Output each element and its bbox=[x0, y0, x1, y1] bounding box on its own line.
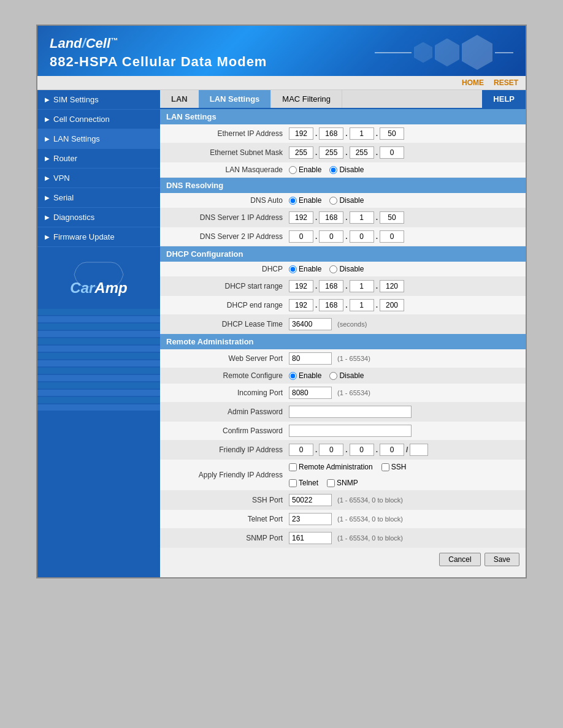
masquerade-enable-radio[interactable] bbox=[289, 166, 297, 174]
dns2-ip-2[interactable] bbox=[319, 230, 343, 243]
tab-help[interactable]: HELP bbox=[482, 90, 526, 108]
row-lan-masquerade: LAN Masquerade Enable Disable bbox=[160, 162, 526, 178]
admin-password-input[interactable] bbox=[289, 406, 412, 418]
dns-auto-enable-radio[interactable] bbox=[289, 197, 297, 205]
sidebar-stripes bbox=[37, 309, 160, 412]
header: Land/Cell™ 882-HSPA Cellular Data Modem bbox=[37, 26, 526, 76]
sidebar-item-sim-settings[interactable]: ▶ SIM Settings bbox=[37, 90, 160, 110]
dhcp-start-4[interactable] bbox=[380, 280, 404, 292]
remote-configure-disable-radio[interactable] bbox=[329, 372, 337, 380]
save-button[interactable]: Save bbox=[484, 553, 519, 566]
apply-remote-admin-check[interactable] bbox=[289, 463, 297, 471]
dns1-ip-1[interactable] bbox=[289, 211, 313, 224]
friendly-ip-4[interactable] bbox=[380, 444, 404, 456]
subnet-1[interactable] bbox=[289, 146, 313, 159]
subnet-3[interactable] bbox=[350, 146, 374, 159]
apply-ssh-label[interactable]: SSH bbox=[381, 463, 407, 471]
dhcp-lease-input[interactable] bbox=[289, 318, 332, 330]
logo-area: Land/Cell™ 882-HSPA Cellular Data Modem bbox=[50, 36, 267, 70]
dns1-ip-4[interactable] bbox=[380, 211, 404, 224]
label-dhcp: DHCP bbox=[166, 265, 289, 273]
sidebar-item-diagnostics[interactable]: ▶ Diagnostics bbox=[37, 208, 160, 227]
remote-configure-enable-radio[interactable] bbox=[289, 372, 297, 380]
label-dhcp-lease: DHCP Lease Time bbox=[166, 320, 289, 328]
apply-snmp-text: SNMP bbox=[337, 479, 358, 487]
apply-ssh-check[interactable] bbox=[381, 463, 389, 471]
row-dns1: DNS Server 1 IP Address . . . bbox=[160, 208, 526, 227]
cancel-button[interactable]: Cancel bbox=[439, 553, 480, 566]
masquerade-enable-label[interactable]: Enable bbox=[289, 165, 321, 174]
dns2-ip-3[interactable] bbox=[350, 230, 374, 243]
telnet-port-input[interactable] bbox=[289, 513, 332, 525]
masquerade-disable-radio[interactable] bbox=[329, 166, 337, 174]
row-snmp-port: SNMP Port (1 - 65534, 0 to block) bbox=[160, 529, 526, 548]
seconds-label: (seconds) bbox=[337, 320, 367, 328]
tab-lan-settings[interactable]: LAN Settings bbox=[199, 90, 272, 108]
apply-remote-admin-label[interactable]: Remote Administration bbox=[289, 463, 373, 471]
label-incoming-port: Incoming Port bbox=[166, 389, 289, 397]
sidebar-item-firmware-update[interactable]: ▶ Firmware Update bbox=[37, 227, 160, 247]
ssh-port-input[interactable] bbox=[289, 494, 332, 506]
hexagon-decoration bbox=[375, 35, 513, 70]
dhcp-start-2[interactable] bbox=[319, 280, 343, 292]
dns-auto-enable-label[interactable]: Enable bbox=[289, 196, 321, 205]
sidebar-label-vpn: VPN bbox=[53, 173, 70, 183]
sidebar-item-lan-settings[interactable]: ▶ LAN Settings bbox=[37, 129, 160, 149]
dhcp-end-4[interactable] bbox=[380, 299, 404, 311]
masquerade-disable-label[interactable]: Disable bbox=[329, 165, 364, 174]
fields-friendly-ip: . . . / bbox=[289, 444, 428, 456]
dns2-ip-4[interactable] bbox=[380, 230, 404, 243]
dhcp-enable-label[interactable]: Enable bbox=[289, 265, 321, 273]
confirm-password-input[interactable] bbox=[289, 425, 412, 437]
ethernet-ip-1[interactable] bbox=[289, 127, 313, 140]
snmp-port-input[interactable] bbox=[289, 532, 332, 544]
friendly-ip-1[interactable] bbox=[289, 444, 313, 456]
dhcp-end-2[interactable] bbox=[319, 299, 343, 311]
dhcp-disable-label[interactable]: Disable bbox=[329, 265, 364, 273]
friendly-ip-3[interactable] bbox=[350, 444, 374, 456]
apply-telnet-text: Telnet bbox=[299, 479, 318, 487]
fields-dhcp-start: . . . bbox=[289, 280, 404, 292]
apply-snmp-label[interactable]: SNMP bbox=[327, 479, 358, 487]
ethernet-ip-3[interactable] bbox=[350, 127, 374, 140]
tab-lan[interactable]: LAN bbox=[160, 90, 199, 108]
dhcp-enable-radio[interactable] bbox=[289, 265, 297, 273]
fields-web-server-port: (1 - 65534) bbox=[289, 352, 370, 365]
dhcp-start-1[interactable] bbox=[289, 280, 313, 292]
dns2-ip-1[interactable] bbox=[289, 230, 313, 243]
sidebar-item-router[interactable]: ▶ Router bbox=[37, 149, 160, 169]
dns-auto-disable-radio[interactable] bbox=[329, 197, 337, 205]
sidebar-item-vpn[interactable]: ▶ VPN bbox=[37, 169, 160, 188]
subnet-2[interactable] bbox=[319, 146, 343, 159]
home-link[interactable]: HOME bbox=[462, 78, 484, 87]
tab-mac-filtering[interactable]: MAC Filtering bbox=[271, 90, 342, 108]
dhcp-end-1[interactable] bbox=[289, 299, 313, 311]
remote-configure-enable-label[interactable]: Enable bbox=[289, 371, 321, 380]
row-apply-friendly: Apply Friendly IP Address Remote Adminis… bbox=[160, 460, 526, 491]
friendly-ip-mask[interactable] bbox=[410, 444, 428, 456]
apply-telnet-check[interactable] bbox=[289, 479, 297, 487]
fields-telnet-port: (1 - 65534, 0 to block) bbox=[289, 513, 403, 525]
dhcp-start-3[interactable] bbox=[350, 280, 374, 292]
section-lan-settings: LAN Settings bbox=[160, 109, 526, 124]
dhcp-disable-radio[interactable] bbox=[329, 265, 337, 273]
ethernet-ip-4[interactable] bbox=[380, 127, 404, 140]
sidebar-item-serial[interactable]: ▶ Serial bbox=[37, 188, 160, 208]
ethernet-ip-2[interactable] bbox=[319, 127, 343, 140]
apply-telnet-label[interactable]: Telnet bbox=[289, 479, 318, 487]
apply-snmp-check[interactable] bbox=[327, 479, 335, 487]
dhcp-end-3[interactable] bbox=[350, 299, 374, 311]
incoming-port-input[interactable] bbox=[289, 387, 332, 399]
subnet-4[interactable] bbox=[380, 146, 404, 159]
logo: Land/Cell™ bbox=[50, 36, 267, 51]
sidebar-item-cell-connection[interactable]: ▶ Cell Connection bbox=[37, 110, 160, 129]
dns-auto-disable-label[interactable]: Disable bbox=[329, 196, 364, 205]
remote-configure-disable-label[interactable]: Disable bbox=[329, 371, 364, 380]
web-server-port-input[interactable] bbox=[289, 352, 332, 365]
friendly-ip-2[interactable] bbox=[319, 444, 343, 456]
reset-link[interactable]: RESET bbox=[494, 78, 518, 87]
form-lan-settings: Ethernet IP Address . . . Ethernet Sub bbox=[160, 124, 526, 178]
dns1-ip-3[interactable] bbox=[350, 211, 374, 224]
label-friendly-ip: Friendly IP Address bbox=[166, 446, 289, 454]
dns1-ip-2[interactable] bbox=[319, 211, 343, 224]
